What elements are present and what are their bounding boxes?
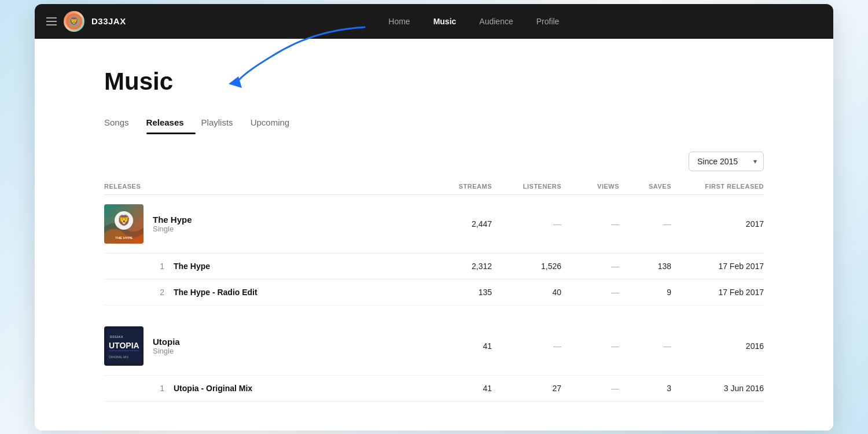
release-meta: The Hype Single [153,215,192,233]
music-tabs: Songs Releases Playlists Upcoming [104,113,764,134]
col-releases: RELEASES [104,183,417,190]
track-info: 2 The Hype - Radio Edit [104,288,417,297]
svg-text:THE HYPE: THE HYPE [115,236,133,240]
nav-audience[interactable]: Audience [479,17,513,26]
track-first-released: 17 Feb 2017 [671,288,764,297]
col-saves: SAVES [619,183,671,190]
track-name: The Hype - Radio Edit [174,288,258,297]
album-art-utopia: D33JAX UTOPIA ORIGINAL MIX [104,326,144,366]
track-row: 1 The Hype 2,312 1,526 — 138 17 Feb 2017 [104,253,764,279]
track-views: — [561,384,619,393]
track-views: — [561,288,619,297]
track-streams: 2,312 [417,262,492,271]
track-name: The Hype [174,262,210,271]
svg-text:ORIGINAL MIX: ORIGINAL MIX [109,355,129,359]
release-listeners: — [492,219,561,229]
track-streams: 135 [417,288,492,297]
release-meta: Utopia Single [153,337,180,355]
release-views: — [561,341,619,351]
nav-music[interactable]: Music [433,17,457,26]
release-name: The Hype [153,215,192,225]
svg-text:🦁: 🦁 [69,16,79,25]
release-type: Single [153,347,180,355]
release-streams: 41 [417,341,492,351]
svg-text:🦁: 🦁 [117,214,131,227]
filter-select[interactable]: Since 2015 Since 2016 Since 2017 All Tim… [689,152,764,171]
track-saves: 9 [619,288,671,297]
release-views: — [561,219,619,229]
svg-text:D33JAX: D33JAX [110,335,123,339]
nav-profile[interactable]: Profile [536,17,560,26]
release-type: Single [153,225,192,233]
track-views: — [561,262,619,271]
track-number: 2 [153,288,164,297]
track-streams: 41 [417,384,492,393]
release-group-utopia: D33JAX UTOPIA ORIGINAL MIX Utopia Single… [104,317,764,402]
table-header: RELEASES STREAMS LISTENERS VIEWS SAVES F… [104,183,764,195]
album-art-the-hype: 🦁 THE HYPE [104,204,144,244]
release-saves: — [619,341,671,351]
track-first-released: 3 Jun 2016 [671,384,764,393]
col-streams: STREAMS [417,183,492,190]
tab-songs[interactable]: Songs [104,113,141,134]
top-nav: 🦁 D33JAX Home Music Audience Profile [35,4,833,39]
track-listeners: 27 [492,384,561,393]
track-saves: 3 [619,384,671,393]
release-info: 🦁 THE HYPE The Hype Single [104,204,417,244]
brand-logo: 🦁 [64,11,84,32]
track-number: 1 [153,384,164,393]
release-name: Utopia [153,337,180,347]
hamburger-menu[interactable] [46,17,57,25]
track-first-released: 17 Feb 2017 [671,262,764,271]
filter-select-wrapper: Since 2015 Since 2016 Since 2017 All Tim… [689,152,764,171]
nav-center: Home Music Audience Profile [126,17,822,26]
page-title: Music [104,68,764,95]
nav-left: 🦁 D33JAX [46,11,126,32]
release-row: 🦁 THE HYPE The Hype Single 2,447 — — — 2… [104,195,764,253]
release-row: D33JAX UTOPIA ORIGINAL MIX Utopia Single… [104,317,764,376]
release-group-the-hype: 🦁 THE HYPE The Hype Single 2,447 — — — 2… [104,195,764,306]
svg-text:UTOPIA: UTOPIA [109,341,139,350]
release-first-released: 2017 [671,219,764,229]
release-listeners: — [492,341,561,351]
track-number: 1 [153,262,164,271]
col-listeners: LISTENERS [492,183,561,190]
track-saves: 138 [619,262,671,271]
track-listeners: 40 [492,288,561,297]
filter-bar: Since 2015 Since 2016 Since 2017 All Tim… [104,152,764,171]
tab-releases[interactable]: Releases [146,113,196,134]
main-content: Music Songs Releases Playlists Upcoming … [35,39,833,431]
track-name: Utopia - Original Mix [174,384,252,393]
track-info: 1 Utopia - Original Mix [104,384,417,393]
track-row: 2 The Hype - Radio Edit 135 40 — 9 17 Fe… [104,279,764,306]
track-listeners: 1,526 [492,262,561,271]
track-info: 1 The Hype [104,262,417,271]
col-first-released: FIRST RELEASED [671,183,764,190]
release-saves: — [619,219,671,229]
track-row: 1 Utopia - Original Mix 41 27 — 3 3 Jun … [104,376,764,402]
release-streams: 2,447 [417,219,492,229]
brand-name: D33JAX [91,16,126,26]
app-window: 🦁 D33JAX Home Music Audience Profile Mus… [35,4,833,431]
release-info: D33JAX UTOPIA ORIGINAL MIX Utopia Single [104,326,417,366]
nav-home[interactable]: Home [388,17,410,26]
col-views: VIEWS [561,183,619,190]
release-first-released: 2016 [671,341,764,351]
tab-playlists[interactable]: Playlists [201,113,245,134]
tab-upcoming[interactable]: Upcoming [251,113,301,134]
